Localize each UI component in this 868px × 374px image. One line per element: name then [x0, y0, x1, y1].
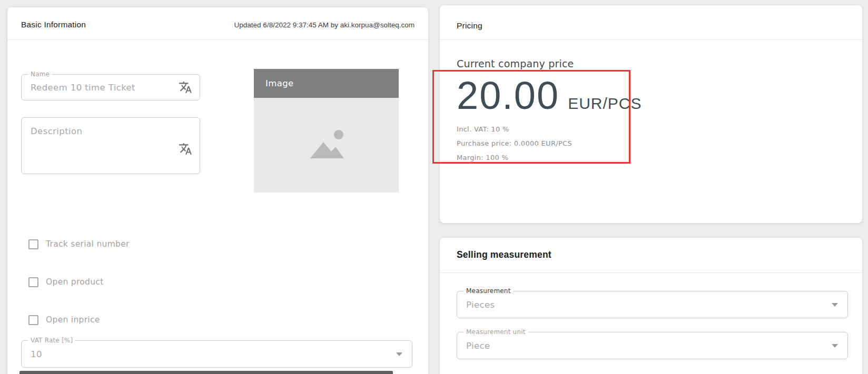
- track-serial-number-checkbox[interactable]: [28, 239, 38, 249]
- open-product-label: Open product: [46, 277, 104, 287]
- selling-measurement-title: Selling measurement: [457, 249, 551, 260]
- measurement-label: Measurement: [463, 287, 514, 295]
- measurement-value: Pieces: [466, 300, 495, 310]
- price-amount: 20.00: [457, 77, 559, 115]
- translate-description-button[interactable]: [179, 142, 192, 156]
- measurement-unit-value: Piece: [466, 341, 490, 351]
- updated-timestamp: Updated 6/8/2022 9:37:45 AM by aki.korpu…: [234, 21, 415, 29]
- pricing-card: Pricing Current company price 20.00 EUR/…: [440, 5, 862, 223]
- selling-measurement-card: Selling measurement Measurement Pieces M…: [440, 238, 862, 374]
- vat-rate-select[interactable]: VAT Rate [%] 10: [21, 340, 412, 368]
- description-field[interactable]: Description: [21, 117, 200, 174]
- measurement-unit-select[interactable]: Measurement unit Piece: [457, 332, 848, 359]
- image-placeholder-area[interactable]: [254, 98, 399, 193]
- open-product-checkbox[interactable]: [28, 277, 38, 287]
- translate-icon: [179, 80, 192, 94]
- description-placeholder: Description: [31, 126, 82, 136]
- margin-detail: Margin: 100 %: [457, 154, 508, 161]
- measurement-unit-label: Measurement unit: [463, 328, 528, 336]
- name-field[interactable]: Name Redeem 10 time Ticket: [21, 74, 200, 100]
- name-field-label: Name: [28, 70, 52, 78]
- measurement-select[interactable]: Measurement Pieces: [457, 291, 848, 318]
- vat-rate-value: 10: [31, 349, 42, 359]
- product-detail-page: Basic Information Updated 6/8/2022 9:37:…: [0, 0, 868, 374]
- basic-information-header: Basic Information Updated 6/8/2022 9:37:…: [7, 7, 428, 40]
- purchase-price-detail: Purchase price: 0.0000 EUR/PCS: [457, 139, 572, 147]
- current-company-price-heading: Current company price: [457, 58, 574, 69]
- chevron-down-icon: [832, 344, 838, 348]
- basic-information-card: Basic Information Updated 6/8/2022 9:37:…: [7, 7, 428, 374]
- open-inprice-row: Open inprice: [28, 314, 100, 326]
- translate-name-button[interactable]: [179, 80, 192, 94]
- pricing-header: Pricing: [440, 5, 862, 40]
- open-inprice-checkbox[interactable]: [28, 315, 38, 325]
- image-box-header: Image: [254, 69, 399, 98]
- price-unit: EUR/PCS: [568, 95, 642, 113]
- chevron-down-icon: [832, 303, 838, 307]
- name-field-value: Redeem 10 time Ticket: [31, 83, 135, 93]
- chevron-down-icon: [396, 352, 402, 356]
- translate-icon: [179, 142, 192, 156]
- track-serial-number-row: Track serial number: [28, 238, 130, 250]
- pricing-title: Pricing: [457, 21, 482, 31]
- price-row: 20.00 EUR/PCS: [457, 77, 642, 115]
- basic-information-title: Basic Information: [21, 20, 86, 29]
- next-section-header-bar: [19, 371, 393, 374]
- track-serial-number-label: Track serial number: [46, 239, 130, 249]
- image-placeholder-icon: [304, 128, 349, 163]
- vat-rate-label: VAT Rate [%]: [28, 337, 75, 344]
- incl-vat-detail: Incl. VAT: 10 %: [457, 125, 509, 133]
- open-product-row: Open product: [28, 276, 104, 288]
- open-inprice-label: Open inprice: [46, 315, 100, 325]
- selling-measurement-header: Selling measurement: [440, 238, 862, 273]
- product-image-box[interactable]: Image: [254, 69, 399, 193]
